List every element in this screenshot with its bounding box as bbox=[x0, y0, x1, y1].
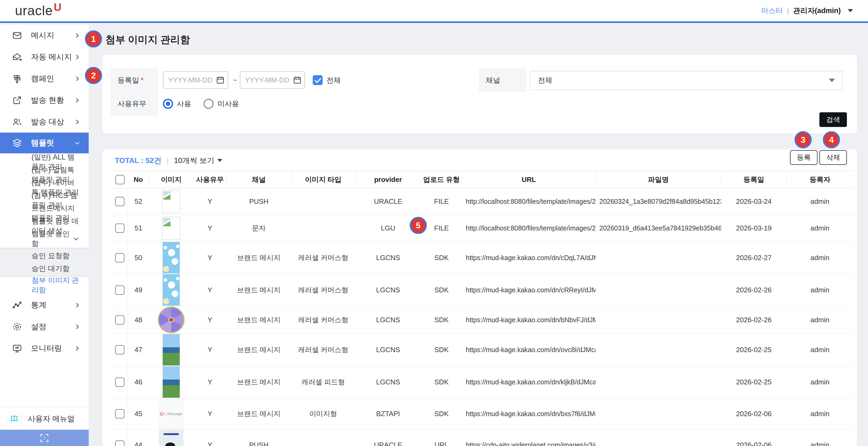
sidebar-item-statistics[interactable]: 통계 bbox=[0, 294, 89, 316]
table-row: 47 Y 브랜드 메시지 캐러셀 커머스형 LGCNS SDK https://… bbox=[112, 334, 853, 366]
row-thumbnail[interactable] bbox=[162, 217, 180, 240]
sidebar-nav: 메시지 자동 메시지 캠페인 발송 현황 발송 대상 bbox=[0, 25, 89, 407]
cell-registrant: admin bbox=[786, 334, 853, 366]
cell-upload-type: SDK bbox=[421, 274, 462, 306]
row-checkbox[interactable] bbox=[115, 409, 124, 418]
row-thumbnail[interactable]: L.Message bbox=[159, 399, 184, 429]
radio-selected-icon[interactable] bbox=[163, 99, 173, 109]
row-checkbox[interactable] bbox=[115, 440, 124, 446]
sidebar-item-send-status[interactable]: 발송 현황 bbox=[0, 89, 89, 111]
date-from-field[interactable] bbox=[163, 71, 228, 89]
cell-channel: 브랜드 메시지 bbox=[226, 274, 291, 306]
select-caret-icon bbox=[829, 79, 835, 82]
cell-registrant: admin bbox=[786, 430, 853, 446]
usage-radio-off[interactable]: 미사용 bbox=[204, 99, 239, 109]
row-checkbox[interactable] bbox=[115, 285, 124, 295]
cell-channel: 브랜드 메시지 bbox=[226, 306, 291, 334]
cell-upload-type: SDK bbox=[421, 366, 462, 398]
select-all-checkbox[interactable] bbox=[115, 175, 125, 184]
cell-url: https://mud-kage.kakao.com/dn/ovc8I/dJMc… bbox=[462, 334, 596, 366]
table-row: 50 Y 브랜드 메시지 캐러셀 커머스형 LGCNS SDK https://… bbox=[112, 242, 853, 274]
row-thumbnail[interactable] bbox=[163, 274, 180, 306]
cell-used: Y bbox=[193, 274, 226, 306]
uracle-logo[interactable]: uracle U bbox=[15, 3, 62, 19]
register-button[interactable]: 등록 bbox=[790, 150, 817, 165]
submenu-item-approval-wait[interactable]: 승인 대기함 bbox=[0, 262, 89, 275]
cell-image-type bbox=[291, 188, 355, 215]
cell-registrant: admin bbox=[786, 188, 853, 215]
row-checkbox[interactable] bbox=[115, 224, 124, 233]
annotation-badge-2: 2 bbox=[85, 67, 102, 84]
cell-provider: URACLE bbox=[355, 430, 421, 446]
channel-selected-value: 전체 bbox=[538, 75, 552, 85]
sidebar-item-monitoring[interactable]: 모니터링 bbox=[0, 337, 89, 359]
send-status-icon bbox=[12, 95, 23, 105]
cell-checkbox bbox=[112, 274, 128, 306]
annotation-badge-4: 4 bbox=[823, 131, 840, 148]
sidebar-item-label: 메시지 bbox=[31, 30, 74, 41]
col-used: 사용유무 bbox=[193, 171, 226, 188]
cell-provider: LGCNS bbox=[355, 366, 421, 398]
all-date-checkbox[interactable]: 전체 bbox=[313, 75, 341, 85]
checkbox-checked-icon[interactable] bbox=[313, 75, 322, 85]
row-checkbox[interactable] bbox=[115, 253, 124, 263]
date-to-field[interactable] bbox=[240, 71, 305, 89]
cell-checkbox bbox=[112, 242, 128, 274]
sidebar-bottom: 사용자 메뉴얼 bbox=[0, 407, 89, 446]
search-button[interactable]: 검색 bbox=[819, 112, 847, 127]
sidebar-item-message[interactable]: 메시지 bbox=[0, 25, 89, 46]
row-checkbox[interactable] bbox=[115, 197, 124, 206]
row-thumbnail[interactable] bbox=[159, 430, 184, 446]
cell-registrant: admin bbox=[786, 274, 853, 306]
cell-channel: 문자 bbox=[226, 215, 291, 242]
row-checkbox[interactable] bbox=[115, 345, 124, 354]
delete-button[interactable]: 삭제 bbox=[819, 150, 847, 165]
col-reg-date: 등록일 bbox=[721, 171, 786, 188]
row-checkbox[interactable] bbox=[115, 315, 124, 324]
page-title: 첨부 이미지 관리함 bbox=[105, 33, 190, 46]
cell-filename bbox=[596, 306, 721, 334]
cell-used: Y bbox=[193, 242, 226, 274]
cell-no: 45 bbox=[128, 398, 149, 430]
submenu-item-attached-image-box[interactable]: 첨부 이미지 관리함 bbox=[0, 279, 89, 291]
cell-no: 48 bbox=[128, 306, 149, 334]
sidebar-item-label: 자동 메시지 bbox=[31, 52, 74, 62]
channel-select[interactable]: 전체 bbox=[530, 71, 843, 90]
row-thumbnail[interactable] bbox=[163, 334, 180, 366]
row-thumbnail[interactable] bbox=[162, 190, 180, 213]
sidebar-item-campaign[interactable]: 캠페인 bbox=[0, 68, 89, 89]
sidebar-collapse-bar[interactable] bbox=[0, 430, 89, 446]
radio-unselected-icon[interactable] bbox=[204, 99, 214, 109]
sidebar-item-auto-message[interactable]: 자동 메시지 bbox=[0, 46, 89, 68]
cell-registrant: admin bbox=[786, 215, 853, 242]
usage-label: 사용유무 bbox=[111, 92, 158, 115]
row-checkbox[interactable] bbox=[115, 377, 124, 387]
row-thumbnail[interactable] bbox=[158, 307, 185, 333]
cell-image-type: 캐러셀 커머스형 bbox=[291, 274, 355, 306]
user-menu[interactable]: 마스터 | 관리자(admin) bbox=[761, 6, 853, 15]
date-from-input[interactable] bbox=[163, 71, 228, 89]
date-to-input[interactable] bbox=[240, 71, 305, 89]
cell-no: 51 bbox=[128, 215, 149, 242]
thumbnail-label: L.Message bbox=[160, 412, 182, 416]
sidebar-item-label: 발송 대상 bbox=[31, 116, 74, 127]
cell-image-type: 캐러셀 커머스형 bbox=[291, 242, 355, 274]
sidebar-item-settings[interactable]: 설정 bbox=[0, 316, 89, 337]
cell-image bbox=[149, 430, 193, 446]
row-thumbnail[interactable] bbox=[163, 242, 180, 273]
sidebar-item-template[interactable]: 템플릿 bbox=[0, 133, 89, 153]
row-thumbnail[interactable] bbox=[163, 366, 180, 398]
cell-reg-date: 2026-03-24 bbox=[721, 188, 786, 215]
submenu-item-approval-request[interactable]: 승인 요청함 bbox=[0, 249, 89, 262]
cell-reg-date: 2026-02-06 bbox=[721, 398, 786, 430]
page-size-select[interactable]: 10개씩 보기 bbox=[174, 156, 222, 166]
user-manual-link[interactable]: 사용자 메뉴얼 bbox=[0, 408, 89, 430]
col-image: 이미지 bbox=[149, 171, 193, 188]
cell-registrant: admin bbox=[786, 398, 853, 430]
search-filter-panel: 등록일* ~ 전체 사용유무 사용 미사용 채널 전체 bbox=[102, 55, 857, 134]
user-role-link[interactable]: 마스터 bbox=[761, 6, 783, 15]
col-filename: 파일명 bbox=[596, 171, 721, 188]
sidebar-item-send-target[interactable]: 발송 대상 bbox=[0, 111, 89, 133]
cell-reg-date: 2026-03-19 bbox=[721, 215, 786, 242]
usage-radio-on[interactable]: 사용 bbox=[163, 99, 191, 109]
